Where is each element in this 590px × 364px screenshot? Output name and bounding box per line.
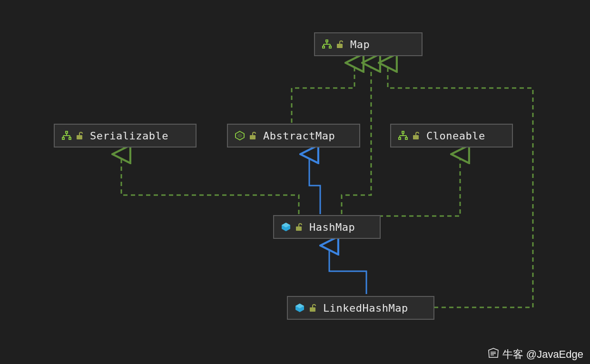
diagram-canvas: Map Serializable AbstractMap Cloneable — [0, 0, 590, 364]
svg-rect-4 — [66, 131, 68, 133]
svg-rect-17 — [296, 226, 302, 231]
edge-linkedhashmap-map — [388, 63, 533, 307]
svg-rect-14 — [413, 135, 419, 139]
svg-rect-12 — [399, 138, 401, 139]
lock-open-icon — [336, 40, 344, 49]
node-cloneable: Cloneable — [390, 124, 513, 148]
node-linkedhashmap: LinkedHashMap — [287, 296, 434, 320]
svg-marker-9 — [237, 133, 242, 138]
svg-rect-2 — [329, 46, 331, 48]
node-map: Map — [314, 32, 423, 56]
lock-open-icon — [249, 131, 256, 140]
svg-rect-13 — [405, 138, 407, 139]
svg-rect-3 — [337, 44, 343, 48]
svg-rect-0 — [326, 40, 328, 42]
class-icon — [281, 222, 291, 232]
svg-rect-10 — [250, 135, 256, 139]
node-label: Serializable — [90, 130, 168, 142]
svg-rect-6 — [69, 138, 71, 139]
class-icon — [295, 303, 305, 313]
interface-icon — [322, 39, 332, 49]
lock-open-icon — [295, 223, 303, 231]
node-label: HashMap — [309, 221, 355, 233]
interface-icon — [61, 130, 72, 141]
watermark-site: 牛客 — [502, 347, 523, 362]
edge-abstractmap-map — [292, 63, 354, 123]
lock-open-icon — [76, 131, 83, 140]
watermark-icon — [487, 347, 500, 362]
watermark: 牛客 @JavaEdge — [487, 347, 583, 362]
node-label: Cloneable — [426, 130, 485, 142]
edge-linkedhashmap-hashmap — [329, 246, 366, 294]
node-label: AbstractMap — [263, 130, 335, 142]
svg-rect-11 — [402, 131, 404, 133]
lock-open-icon — [412, 131, 420, 140]
svg-rect-7 — [77, 135, 82, 139]
svg-rect-1 — [323, 46, 324, 48]
node-label: Map — [350, 39, 370, 50]
svg-rect-5 — [62, 138, 64, 139]
lock-open-icon — [309, 304, 316, 312]
watermark-handle: @JavaEdge — [526, 348, 583, 361]
edge-hashmap-serializable — [121, 154, 299, 214]
node-serializable: Serializable — [54, 124, 197, 148]
edge-hashmap-abstractmap — [309, 154, 320, 214]
interface-icon — [398, 130, 408, 141]
abstract-class-icon — [235, 130, 245, 141]
node-abstractmap: AbstractMap — [227, 124, 360, 148]
svg-rect-20 — [310, 307, 315, 312]
edge-hashmap-cloneable — [356, 154, 460, 216]
node-label: LinkedHashMap — [323, 302, 408, 314]
node-hashmap: HashMap — [273, 215, 381, 239]
